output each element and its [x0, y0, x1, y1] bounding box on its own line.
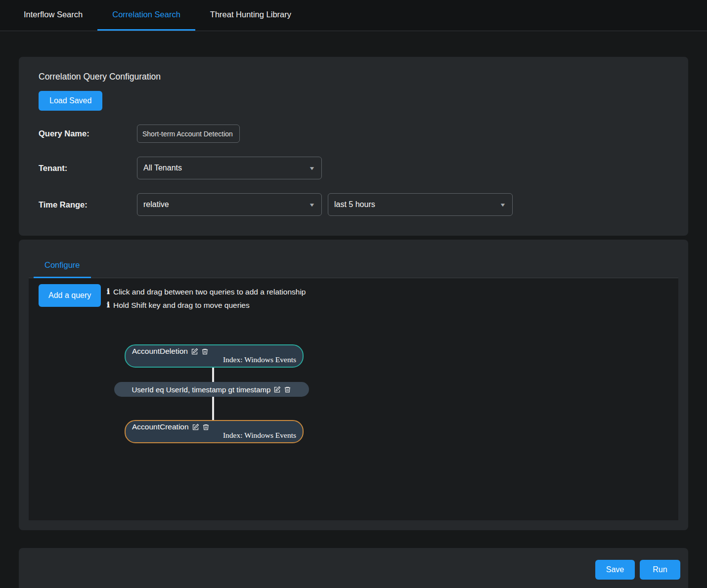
- footer-actions: Save Run: [19, 548, 688, 588]
- chevron-down-icon: ▼: [499, 202, 506, 208]
- query-node[interactable]: AccountCreation Index: Windows Events: [125, 420, 304, 443]
- time-range-label: Time Range:: [39, 200, 137, 210]
- chevron-down-icon: ▼: [309, 202, 315, 208]
- edit-icon[interactable]: [192, 423, 199, 431]
- save-button[interactable]: Save: [595, 560, 635, 580]
- time-range-window-value: last 5 hours: [334, 200, 375, 209]
- query-node-index: Index: Windows Events: [132, 431, 296, 440]
- query-name-row: Query Name:: [39, 125, 668, 143]
- query-graph: AccountDeletion Index: Windows Events: [29, 278, 678, 520]
- tab-threat-hunting-library[interactable]: Threat Hunting Library: [195, 0, 306, 31]
- relationship-label: UserId eq UserId, timestamp gt timestamp: [132, 385, 271, 394]
- tenant-select-value: All Tenants: [143, 164, 182, 172]
- configure-panel: Configure Add a query ℹ Click and drag b…: [19, 240, 688, 530]
- query-graph-canvas: Add a query ℹ Click and drag between two…: [29, 278, 678, 520]
- trash-icon[interactable]: [201, 348, 209, 355]
- tab-interflow-search[interactable]: Interflow Search: [9, 0, 97, 31]
- tab-correlation-search[interactable]: Correlation Search: [97, 0, 195, 31]
- relationship-pill[interactable]: UserId eq UserId, timestamp gt timestamp: [114, 382, 309, 397]
- run-button[interactable]: Run: [640, 560, 680, 580]
- time-range-mode-value: relative: [143, 200, 169, 209]
- top-nav: Interflow Search Correlation Search Thre…: [0, 0, 707, 31]
- trash-icon[interactable]: [284, 386, 291, 393]
- correlation-query-config-panel: Correlation Query Configuration Load Sav…: [19, 57, 688, 236]
- configure-tab-strip: Configure: [29, 254, 678, 278]
- time-range-window-select[interactable]: last 5 hours ▼: [328, 193, 513, 216]
- tenant-row: Tenant: All Tenants ▼: [39, 157, 668, 179]
- edit-icon[interactable]: [191, 348, 198, 355]
- load-saved-button[interactable]: Load Saved: [39, 91, 102, 111]
- query-node-name: AccountCreation: [132, 422, 189, 431]
- chevron-down-icon: ▼: [309, 166, 315, 171]
- time-range-mode-select[interactable]: relative ▼: [137, 193, 322, 216]
- time-range-row: Time Range: relative ▼ last 5 hours ▼: [39, 193, 668, 216]
- query-node-name: AccountDeletion: [132, 347, 188, 356]
- panel-title: Correlation Query Configuration: [39, 72, 668, 82]
- query-node[interactable]: AccountDeletion Index: Windows Events: [125, 344, 304, 368]
- tenant-select[interactable]: All Tenants ▼: [137, 157, 322, 179]
- query-node-index: Index: Windows Events: [132, 355, 296, 364]
- tab-configure[interactable]: Configure: [34, 254, 91, 278]
- edit-icon[interactable]: [273, 386, 281, 393]
- query-name-input[interactable]: [137, 125, 240, 143]
- tenant-label: Tenant:: [39, 164, 137, 173]
- trash-icon[interactable]: [202, 423, 210, 431]
- query-name-label: Query Name:: [39, 129, 137, 138]
